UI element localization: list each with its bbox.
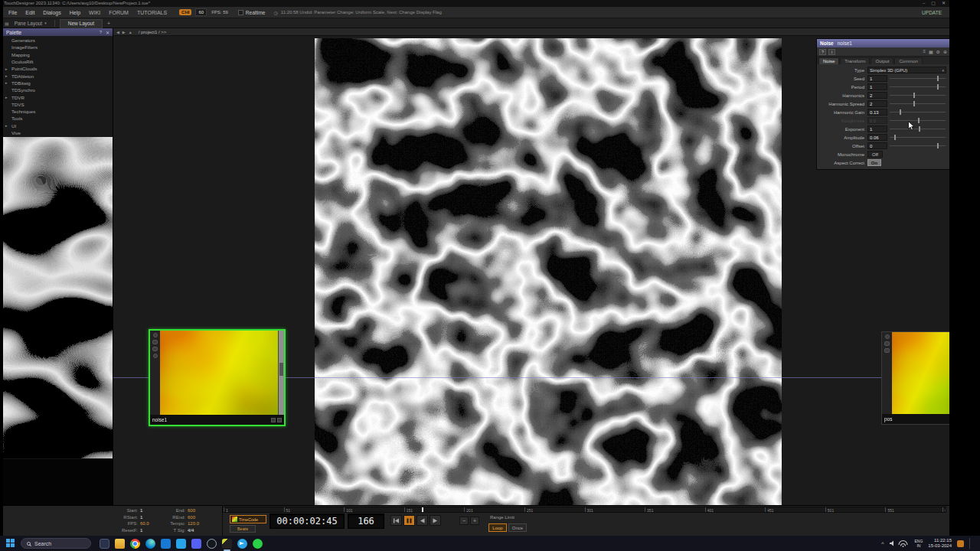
menu-edit[interactable]: Edit [21,10,38,15]
offset-slider[interactable] [890,142,946,149]
add-layout-tab-button[interactable]: + [103,21,115,26]
lock-flag-icon[interactable] [153,354,158,358]
palette-item-tdsynchro[interactable]: TDSynchro [3,86,113,93]
once-button[interactable]: Once [508,523,527,532]
pane-layout-menu[interactable]: Pane Layout ▾ [11,21,50,26]
menu-dialogs[interactable]: Dialogs [39,10,64,15]
node-scrollbar[interactable] [278,331,284,415]
harmonic-spread-slider[interactable] [890,100,946,107]
seed-field[interactable]: 1 [867,75,887,82]
period-field[interactable]: 1 [867,83,887,90]
start-field[interactable]: Start:1 [116,507,164,514]
palette-item-vive[interactable]: Vive [3,129,113,136]
harmonics-slider[interactable] [890,92,946,99]
file-explorer-icon[interactable] [115,539,125,549]
forward-icon[interactable]: ▶ [122,30,126,34]
palette-item-oculusrift[interactable]: OculusRift [3,58,113,65]
viewer-flag-icon[interactable] [153,333,158,337]
frame-ruler[interactable]: 1 51 101 151 201 251 301 351 401 451 501… [223,507,946,513]
palette-item-imagefilters[interactable]: ImageFilters [3,44,113,51]
tsig-field[interactable]: T Sig:4/4 [164,527,230,534]
taskbar-search[interactable]: Search [21,538,91,549]
period-slider[interactable] [890,83,946,90]
tempo-field[interactable]: Tempo:120.0 [164,520,230,527]
harmonic-gain-slider[interactable] [890,109,946,116]
rend-field[interactable]: REnd:600 [164,514,230,521]
whatsapp-icon[interactable] [253,539,263,549]
add-icon[interactable]: ⊕ [943,49,947,54]
viewer-flag-icon[interactable] [885,334,890,339]
skip-to-start-button[interactable] [390,515,402,526]
menu-help[interactable]: Help [66,10,84,15]
palette-help-button[interactable]: ? [100,30,102,35]
pause-button[interactable] [403,515,415,526]
bypass-flag-icon[interactable] [884,348,890,353]
gear-icon[interactable]: ⚙ [936,49,940,54]
timecode-mode-button[interactable]: TimeCode [230,515,266,523]
harmonic-gain-field[interactable]: 0.13 [867,109,887,116]
aspect-correct-toggle[interactable]: On [867,159,881,166]
exponent-field[interactable]: 1 [867,126,887,132]
display-flag-icon[interactable] [271,418,276,422]
network-path[interactable]: / project1 / >> [139,30,167,34]
vscode-icon[interactable] [176,539,186,549]
play-reverse-button[interactable] [416,515,428,526]
palette-item-techniques[interactable]: Techniques [3,108,113,115]
info-button[interactable]: i [828,49,835,55]
fps-field[interactable]: FPS:60.0 [116,520,164,527]
tab-new-layout[interactable]: New Layout [60,19,103,28]
palette-item-tools[interactable]: Tools [3,115,113,122]
beats-mode-button[interactable]: Beats [230,525,256,533]
palette-item-tdvs[interactable]: TDVS [3,101,113,108]
link-forum[interactable]: FORUM [105,10,132,15]
realtime-toggle[interactable]: Realtime [238,10,266,15]
offset-field[interactable]: 0 [867,142,887,149]
harmonics-field[interactable]: 2 [867,92,887,99]
language-indicator[interactable]: ENG IN [914,539,923,548]
palette-item-tdbitwig[interactable]: ▸TDBitwig [3,80,113,86]
parameter-panel-header[interactable]: Noise noise1 [817,39,949,47]
minimize-icon[interactable]: – [923,0,925,7]
palette-item-mapping[interactable]: Mapping [3,51,113,58]
palette-item-generators[interactable]: Generators [3,37,113,44]
node-noise1[interactable]: noise1 [149,329,286,426]
rstart-field[interactable]: RStart:1 [116,514,164,521]
step-back-button[interactable]: − [459,517,469,525]
chrome-icon[interactable] [130,539,140,549]
current-frame-field[interactable]: 166 [348,514,384,529]
amplitude-slider[interactable] [890,134,946,141]
taskbar-clock[interactable]: 11:22:15 15-03-2024 [928,538,952,549]
tab-transform[interactable]: Transform [840,57,870,64]
maximize-icon[interactable]: ▢ [931,0,936,7]
exponent-slider[interactable] [890,126,946,132]
monochrome-toggle[interactable]: Off [867,151,883,158]
tab-output[interactable]: Output [871,57,893,64]
realtime-checkbox[interactable] [238,10,243,15]
bypass-flag-icon[interactable] [152,347,158,351]
palette-item-tdableton[interactable]: ▸TDAbleton [3,72,113,79]
update-button[interactable]: UPDATE [919,9,945,16]
target-fps-field[interactable]: 60 [195,8,207,16]
close-icon[interactable]: ✕ [942,0,946,7]
type-dropdown[interactable]: Simplex 3D (GPU) ▾ [867,67,946,73]
timecode-display[interactable]: 00:00:02:45 [270,514,345,529]
play-forward-button[interactable] [430,515,441,526]
clone-flag-icon[interactable] [152,340,158,344]
harmonic-spread-field[interactable]: 2 [867,100,887,107]
resetf-field[interactable]: ResetF:1 [116,527,164,534]
grid-icon[interactable]: ▦ [929,49,933,54]
playhead[interactable] [422,507,423,513]
help-button[interactable]: ? [819,49,826,55]
render-flag-icon[interactable] [277,418,282,422]
palette-item-tdvr[interactable]: ▸TDVR [3,93,113,100]
up-icon[interactable]: ▲ [129,30,132,34]
seed-slider[interactable] [890,75,946,82]
loop-button[interactable]: Loop [488,523,507,532]
tray-chevron-icon[interactable]: ^ [881,541,884,546]
touchdesigner-icon[interactable] [222,539,232,549]
edge-icon[interactable] [145,539,155,549]
menu-file[interactable]: File [5,10,21,15]
step-forward-button[interactable]: + [470,517,479,525]
end-field[interactable]: End:600 [164,507,230,514]
palette-item-ui[interactable]: ▸UI [3,122,113,129]
